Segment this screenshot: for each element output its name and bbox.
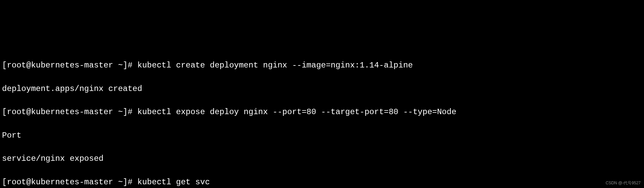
output-text: service/nginx exposed (2, 154, 103, 163)
terminal-line: deployment.apps/nginx created (2, 83, 642, 95)
terminal-line: [root@kubernetes-master ~]# kubectl crea… (2, 60, 642, 72)
shell-prompt: [root@kubernetes-master ~]# (2, 107, 137, 116)
command-text: kubectl expose deploy nginx --port=80 --… (137, 107, 456, 116)
terminal-line: Port (2, 130, 642, 142)
command-text: kubectl get svc (137, 178, 210, 187)
shell-prompt: [root@kubernetes-master ~]# (2, 61, 137, 70)
watermark-text: CSDN @-代号9527 (606, 180, 641, 186)
terminal-output[interactable]: [root@kubernetes-master ~]# kubectl crea… (2, 48, 642, 188)
command-text-wrap: Port (2, 131, 21, 140)
terminal-line: service/nginx exposed (2, 153, 642, 165)
command-text: kubectl create deployment nginx --image=… (137, 61, 413, 70)
terminal-line: [root@kubernetes-master ~]# kubectl get … (2, 177, 642, 188)
shell-prompt: [root@kubernetes-master ~]# (2, 178, 137, 187)
output-text: deployment.apps/nginx created (2, 84, 142, 93)
terminal-line: [root@kubernetes-master ~]# kubectl expo… (2, 106, 642, 118)
